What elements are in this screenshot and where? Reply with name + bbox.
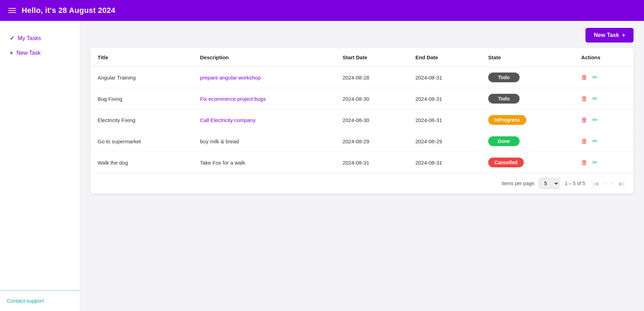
table-body: Angular Training prepare angular worksho… [91,67,634,173]
action-icons: 🗑 ✏ [581,137,627,145]
delete-icon[interactable]: 🗑 [581,159,588,166]
plus-icon: + [10,50,13,56]
new-task-button[interactable]: New Task + [585,28,634,43]
state-badge: Todo [488,73,520,82]
table-row: Go to supermarket buy milk & bread 2024-… [91,131,634,152]
table-header: Title Description Start Date End Date St… [91,48,634,67]
cell-actions: 🗑 ✏ [574,88,634,109]
cell-state: InProgress [481,109,574,131]
next-page-button[interactable]: › [610,179,615,188]
sidebar-nav: ✓ My Tasks + New Task [0,31,80,290]
app-header: Hello, it's 28 August 2024 [0,0,644,21]
sidebar-item-my-tasks-label: My Tasks [18,35,41,41]
cell-actions: 🗑 ✏ [574,109,634,131]
table-row: Electricity Fixing Call Electricity comp… [91,109,634,131]
prev-page-button[interactable]: ‹ [602,179,608,188]
cell-actions: 🗑 ✏ [574,67,634,88]
sidebar-item-new-task-label: New Task [16,50,40,56]
action-icons: 🗑 ✏ [581,159,627,166]
cell-state: Done [481,131,574,152]
contact-support-link[interactable]: Contact support [7,298,44,304]
delete-icon[interactable]: 🗑 [581,116,588,124]
col-state: State [481,48,574,67]
cell-description: Call Electricity company [193,109,336,131]
main-content: New Task + Title Description Start Date … [80,21,644,311]
items-per-page-container: Items per page: 5 10 25 50 [501,178,559,189]
delete-icon[interactable]: 🗑 [581,74,588,81]
cell-description: prepare angular workshop [193,67,336,88]
cell-actions: 🗑 ✏ [574,131,634,152]
table-row: Walk the dog Take Fox for a walk 2024-08… [91,152,634,173]
sidebar: ✓ My Tasks + New Task Contact support [0,21,80,311]
col-title: Title [91,48,193,67]
cell-description: buy milk & bread [193,131,336,152]
sidebar-footer: Contact support [0,290,80,311]
pagination-row: Items per page: 5 10 25 50 1 – 5 of 5 |◀… [91,173,634,194]
cell-description: Take Fox for a walk [193,152,336,173]
cell-end-date: 2024-08-31 [408,67,481,88]
app-layout: ✓ My Tasks + New Task Contact support Ne… [0,21,644,311]
edit-icon[interactable]: ✏ [592,74,598,81]
hamburger-icon[interactable] [8,8,16,13]
table-row: Bug Fixing Fix ecommerce project bugs 20… [91,88,634,109]
cell-end-date: 2024-08-31 [408,109,481,131]
header-title: Hello, it's 28 August 2024 [22,6,115,15]
page-info: 1 – 5 of 5 [565,181,585,186]
cell-actions: 🗑 ✏ [574,152,634,173]
edit-icon[interactable]: ✏ [592,137,598,145]
cell-end-date: 2024-08-31 [408,88,481,109]
check-icon: ✓ [10,35,14,41]
cell-start-date: 2024-08-28 [336,67,408,88]
state-badge: Cancelled [488,158,524,167]
action-icons: 🗑 ✏ [581,74,627,81]
items-per-page-label: Items per page: [501,181,535,186]
cell-state: Todo [481,67,574,88]
edit-icon[interactable]: ✏ [592,95,598,103]
cell-start-date: 2024-08-31 [336,152,408,173]
delete-icon[interactable]: 🗑 [581,95,588,103]
cell-start-date: 2024-08-30 [336,109,408,131]
page-nav: |◀ ‹ › ▶| [591,179,627,188]
cell-state: Cancelled [481,152,574,173]
cell-title: Angular Training [91,67,193,88]
table-row: Angular Training prepare angular worksho… [91,67,634,88]
cell-end-date: 2024-08-29 [408,131,481,152]
top-bar: New Task + [91,28,634,43]
cell-state: Todo [481,88,574,109]
col-description: Description [193,48,336,67]
state-badge: Done [488,136,520,146]
new-task-button-label: New Task [594,32,619,38]
cell-title: Bug Fixing [91,88,193,109]
new-task-plus-icon: + [622,32,625,38]
cell-start-date: 2024-08-30 [336,88,408,109]
edit-icon[interactable]: ✏ [592,159,598,166]
cell-start-date: 2024-08-29 [336,131,408,152]
col-start-date: Start Date [336,48,408,67]
col-end-date: End Date [408,48,481,67]
state-badge: Todo [488,94,520,104]
tasks-table-card: Title Description Start Date End Date St… [91,48,634,194]
cell-title: Go to supermarket [91,131,193,152]
last-page-button[interactable]: ▶| [617,179,627,188]
cell-title: Electricity Fixing [91,109,193,131]
cell-title: Walk the dog [91,152,193,173]
col-actions: Actions [574,48,634,67]
cell-end-date: 2024-08-31 [408,152,481,173]
first-page-button[interactable]: |◀ [591,179,600,188]
edit-icon[interactable]: ✏ [592,116,598,124]
sidebar-item-my-tasks[interactable]: ✓ My Tasks [7,31,73,45]
action-icons: 🗑 ✏ [581,95,627,103]
action-icons: 🗑 ✏ [581,116,627,124]
sidebar-item-new-task[interactable]: + New Task [7,46,73,60]
delete-icon[interactable]: 🗑 [581,138,588,145]
tasks-table: Title Description Start Date End Date St… [91,48,634,173]
cell-description: Fix ecommerce project bugs [193,88,336,109]
items-per-page-select[interactable]: 5 10 25 50 [539,178,559,189]
state-badge: InProgress [488,115,526,125]
